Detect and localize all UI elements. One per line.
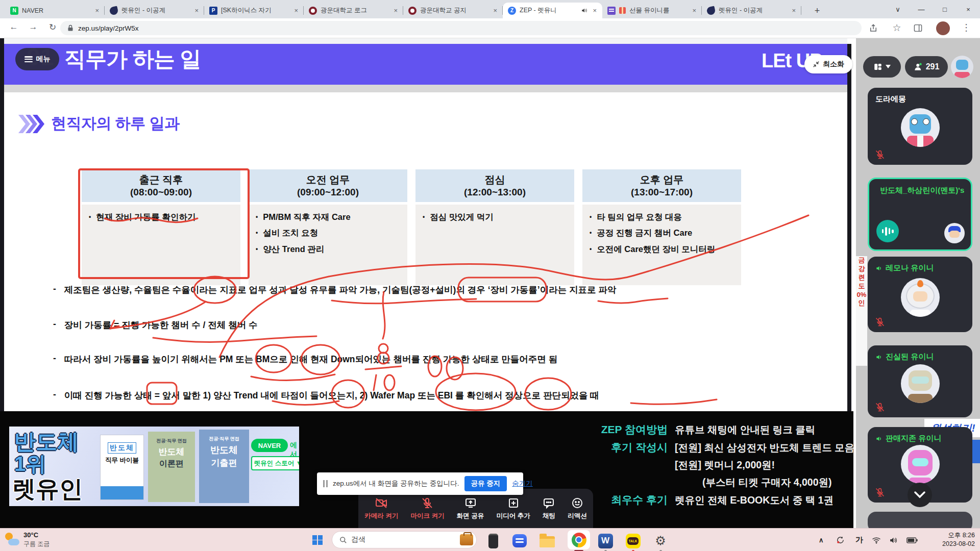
taskbar-app-explorer[interactable] <box>539 533 555 549</box>
wifi-icon[interactable] <box>872 529 881 551</box>
scroll-down-button[interactable] <box>908 483 932 507</box>
taskbar-app-word[interactable]: W <box>597 533 614 549</box>
participant-count-button[interactable]: 291 <box>905 56 948 78</box>
mic-muted-icon <box>875 149 885 160</box>
battery-icon[interactable] <box>906 529 918 551</box>
letuin-favicon <box>109 6 119 15</box>
close-icon[interactable]: × <box>93 7 101 14</box>
zep-shared-screen: 01 메뉴 직무가 하는 일 LEt UP 최소화 현직자의 하루 일과 출근 … <box>0 37 853 528</box>
participant-name: 반도체_하삼린이(멘토)'s ... <box>877 186 966 195</box>
tab-kwangwoon-notice[interactable]: 광운대학교 공지 × <box>403 3 503 18</box>
dash-icon: - <box>53 319 56 331</box>
profile-avatar[interactable] <box>936 21 950 35</box>
window-minimize-button[interactable]: — <box>910 0 933 18</box>
participant-tile-speaking[interactable]: 반도체_하삼린이(멘토)'s ... <box>868 178 972 251</box>
tab-gift-form[interactable]: 선물 유이니를 × <box>602 3 702 18</box>
reaction-button[interactable]: 리액션 <box>568 497 587 520</box>
button-label: 카메라 켜기 <box>364 512 398 520</box>
close-icon[interactable]: × <box>292 7 300 14</box>
participant-name: 레모나 유이니 <box>875 263 934 273</box>
event-row: (부스터 티켓 구매자 4,000원) <box>587 475 852 489</box>
section-title: 현직자의 하루 일과 <box>51 113 180 134</box>
forward-icon[interactable]: → <box>27 22 40 32</box>
new-tab-button[interactable]: + <box>811 4 824 17</box>
weather-icon[interactable] <box>5 533 20 547</box>
weather-desc[interactable]: 구름 조금 <box>23 540 50 548</box>
participant-tile[interactable]: 레모나 유이니 <box>868 257 972 332</box>
bookmark-star-icon[interactable]: ☆ <box>890 22 903 34</box>
tab-naver[interactable]: N NAVER × <box>5 3 105 18</box>
tab-letuin-2[interactable]: 렛유인 - 이공계 × <box>702 3 801 18</box>
taskbar-app-settings[interactable]: ⚙ <box>652 533 669 549</box>
participant-tile[interactable]: 진실된 유이니 <box>868 345 972 417</box>
item-text: 공정 진행 금지 챔버 Care <box>597 227 692 238</box>
screen-share-button[interactable]: 화면 공유 <box>457 497 484 520</box>
close-icon[interactable]: × <box>392 7 399 14</box>
chevrons-icon <box>18 115 45 133</box>
book-tagline: 전공·직무 면접 <box>148 438 195 444</box>
taskbar-search[interactable]: 검색 <box>332 531 477 548</box>
gear-icon: ⚙ <box>655 534 666 548</box>
event-text: (부스터 티켓 구매자 4,000원) <box>675 475 832 489</box>
chat-button[interactable]: 채팅 <box>543 497 555 520</box>
taskbar-clock[interactable]: 오후 8:26 2023-08-02 <box>942 531 975 548</box>
clock-time: 오후 8:26 <box>942 531 975 540</box>
stop-sharing-button[interactable]: 공유 중지 <box>464 476 507 491</box>
taskbar-app-chat[interactable] <box>511 533 528 549</box>
search-placeholder: 검색 <box>351 535 456 544</box>
volume-icon[interactable] <box>889 529 898 551</box>
window-controls: ∨ — □ × <box>886 0 980 18</box>
share-icon[interactable] <box>869 23 878 33</box>
grid-layout-icon <box>873 62 883 71</box>
tab-letuin-1[interactable]: 렛유인 - 이공계 × <box>105 3 204 18</box>
hide-share-bar-link[interactable]: 숨기기 <box>512 479 533 488</box>
my-avatar[interactable] <box>951 56 973 78</box>
window-close-button[interactable]: × <box>957 0 980 18</box>
close-icon[interactable]: × <box>591 7 598 14</box>
tab-kwangwoon-login[interactable]: 광운대학교 로그 × <box>304 3 403 18</box>
bullet-icon: • <box>590 227 592 238</box>
taskbar-app-kakaotalk[interactable]: TALK <box>625 533 641 549</box>
close-icon[interactable]: × <box>691 7 698 14</box>
windows-taskbar: 30°C 구름 조금 검색 W TALK ⚙ ∧ 가 <box>0 528 980 551</box>
close-icon[interactable]: × <box>193 7 200 14</box>
column-header: 오전 업무 (09:00~12:00) <box>249 169 407 202</box>
sync-icon <box>836 536 845 544</box>
tray-expand-chevron[interactable]: ∧ <box>819 529 824 551</box>
close-icon[interactable]: × <box>492 7 499 14</box>
taskbar-app-device[interactable] <box>485 533 501 549</box>
windows-start-button[interactable] <box>312 535 322 545</box>
participant-name-text: 진실된 유이니 <box>886 352 934 362</box>
back-icon[interactable]: ← <box>7 22 20 32</box>
add-media-button[interactable]: 미디어 추가 <box>497 497 530 520</box>
tab-search-icon[interactable]: ∨ <box>886 0 910 18</box>
screen-share-icon <box>464 497 477 509</box>
zep-menu-button[interactable]: 메뉴 <box>15 48 59 70</box>
ime-indicator[interactable]: 가 <box>855 529 863 551</box>
close-icon[interactable]: × <box>790 7 797 14</box>
letuin-store-button[interactable]: 렛유인 스토어 ▼ <box>251 456 299 470</box>
avatar <box>901 364 940 403</box>
tray-sync-icon[interactable] <box>836 529 845 551</box>
taskbar-app-chrome-active[interactable] <box>568 530 590 549</box>
tab-sk-hynix[interactable]: P [SK하이닉스 자기 × <box>204 3 304 18</box>
zep-favicon: Z <box>508 7 516 15</box>
layout-view-button[interactable] <box>863 56 901 78</box>
minimize-label: 최소화 <box>823 60 844 69</box>
camera-on-button[interactable]: 카메라 켜기 <box>364 497 398 520</box>
reload-icon[interactable]: ↻ <box>46 22 59 33</box>
address-bar[interactable]: zep.us/play/2prW5x <box>60 21 862 35</box>
minimize-share-button[interactable]: 최소화 <box>804 55 852 73</box>
kebab-menu-icon[interactable]: ⋮ <box>960 22 973 33</box>
tab-zep-active[interactable]: Z ZEP - 렛유니 × <box>503 3 602 18</box>
participant-tile[interactable]: 도라에몽 <box>868 88 972 165</box>
dash-icon: - <box>53 353 56 365</box>
mic-on-button[interactable]: 마이크 켜기 <box>411 497 445 520</box>
event-text: 유튜브 채팅에 안내된 링크 클릭 <box>675 423 815 437</box>
side-panel-icon[interactable] <box>914 24 922 32</box>
event-label: 후기 작성시 <box>587 440 668 455</box>
weather-temp[interactable]: 30°C <box>23 531 38 539</box>
letuin-ad-banner[interactable]: 반도체 1위 렛유인 반도체 직무 바이블 전공·직무 면접 반도체 이론편 전… <box>9 427 299 506</box>
window-maximize-button[interactable]: □ <box>933 0 957 18</box>
participant-name: 판매지존 유이니 <box>875 434 941 443</box>
